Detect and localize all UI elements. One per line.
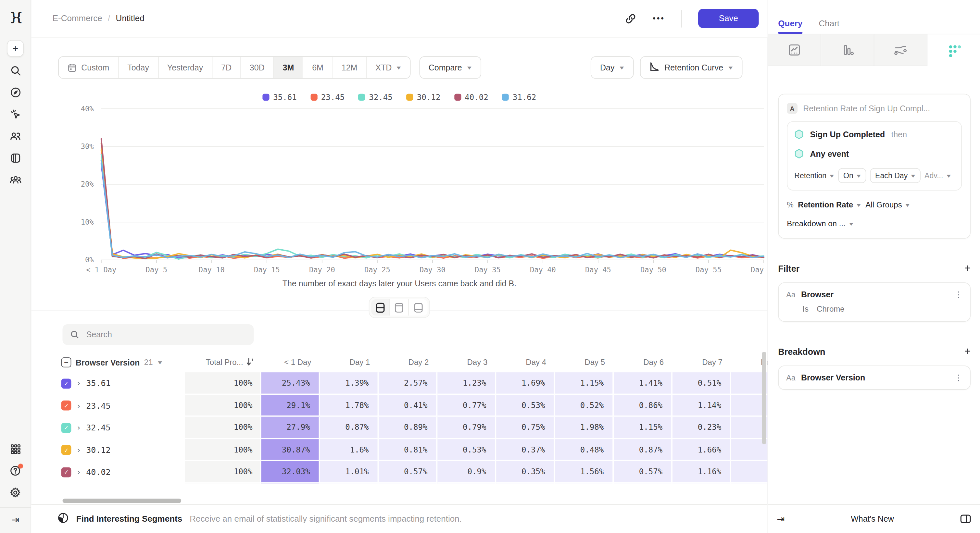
day-column-header[interactable]: Day 3 xyxy=(438,358,496,367)
date-range-6m[interactable]: 6M xyxy=(303,57,332,78)
row-checkbox[interactable]: ✓ xyxy=(61,379,72,389)
advanced-dropdown[interactable]: Adv...▼ xyxy=(924,171,951,180)
row-checkbox[interactable]: ✓ xyxy=(61,445,72,455)
kebab-menu-icon[interactable]: ⋮ xyxy=(955,290,963,299)
groups-dropdown[interactable]: All Groups▼ xyxy=(865,201,910,209)
whats-new-link[interactable]: What's New xyxy=(851,514,894,523)
create-button[interactable]: + xyxy=(7,40,24,57)
cohorts-nav-button[interactable] xyxy=(7,171,24,188)
line-series-30.12[interactable] xyxy=(101,143,764,259)
day-column-header[interactable]: Day 5 xyxy=(555,358,614,367)
breadcrumb-project[interactable]: E-Commerce xyxy=(52,14,102,23)
line-series-32.45[interactable] xyxy=(101,154,764,259)
filter-value[interactable]: Chrome xyxy=(817,305,845,314)
chart-type-button[interactable]: Retention Curve▼ xyxy=(640,56,742,79)
row-checkbox[interactable]: ✓ xyxy=(61,423,72,433)
tab-query[interactable]: Query xyxy=(778,19,802,34)
legend-item[interactable]: 40.02 xyxy=(454,92,488,102)
chart-only-view-button[interactable] xyxy=(390,299,409,316)
row-expand-icon[interactable]: › xyxy=(76,423,81,433)
split-view-button[interactable] xyxy=(371,299,390,316)
day-column-header[interactable]: Day 1 xyxy=(320,358,379,367)
help-button[interactable] xyxy=(7,462,24,479)
line-series-35.61[interactable] xyxy=(101,163,764,258)
table-row[interactable]: ✓›23.45100%29.1%1.78%0.41%0.77%0.53%0.52… xyxy=(56,394,767,416)
legend-item[interactable]: 31.62 xyxy=(502,92,536,102)
granularity-button[interactable]: Day▼ xyxy=(591,56,634,79)
horizontal-scrollbar-thumb[interactable] xyxy=(62,498,181,503)
row-expand-icon[interactable]: › xyxy=(76,401,81,410)
day-column-header[interactable]: Day 2 xyxy=(379,358,438,367)
add-filter-button[interactable]: + xyxy=(964,262,970,274)
legend-item[interactable]: 32.45 xyxy=(358,92,393,102)
breadcrumb-report-title[interactable]: Untitled xyxy=(116,14,145,23)
line-series-23.45[interactable] xyxy=(101,150,764,259)
breakdown-on-dropdown[interactable]: Breakdown on ...▼ xyxy=(787,219,853,228)
table-row[interactable]: ✓›35.61100%25.43%1.39%2.57%1.23%1.69%1.1… xyxy=(56,372,767,394)
layout-panel-icon[interactable] xyxy=(960,514,971,523)
compare-button[interactable]: Compare▼ xyxy=(419,56,481,79)
legend-item[interactable]: 23.45 xyxy=(310,92,345,102)
activity-nav-button[interactable] xyxy=(7,105,24,122)
search-input[interactable] xyxy=(85,329,235,340)
date-range-xtd[interactable]: XTD▼ xyxy=(366,57,410,78)
table-row[interactable]: ✓›32.45100%27.9%0.87%0.89%0.79%0.75%1.98… xyxy=(56,417,767,439)
legend-item[interactable]: 30.12 xyxy=(406,92,440,102)
more-menu-icon[interactable]: ••• xyxy=(653,14,665,23)
filter-operator[interactable]: Is xyxy=(802,305,808,314)
collapse-sidebar-button[interactable]: ⇥ xyxy=(11,514,19,525)
row-expand-icon[interactable]: › xyxy=(76,445,81,455)
collapse-panel-icon[interactable]: ⇥ xyxy=(777,513,784,525)
event-row-2[interactable]: Any event xyxy=(794,149,955,159)
vertical-scrollbar-thumb[interactable] xyxy=(762,352,766,444)
boards-nav-button[interactable] xyxy=(7,149,24,166)
filter-card[interactable]: Aa Browser ⋮ Is Chrome xyxy=(778,282,970,322)
total-column-label[interactable]: Total Pro... xyxy=(206,358,243,367)
report-type-insights[interactable] xyxy=(768,35,821,66)
series-title[interactable]: Retention Rate of Sign Up Compl... xyxy=(803,104,930,113)
select-all-checkbox[interactable]: − xyxy=(61,357,72,368)
breakdown-card[interactable]: Aa Browser Version ⋮ xyxy=(778,365,970,390)
event-row-1[interactable]: Sign Up Completed then xyxy=(794,129,955,139)
search-nav-button[interactable] xyxy=(7,62,24,79)
metric-dropdown[interactable]: Retention Rate▼ xyxy=(798,201,861,209)
table-search[interactable] xyxy=(62,324,254,345)
sort-desc-icon[interactable] xyxy=(246,357,254,368)
date-range-yesterday[interactable]: Yesterday xyxy=(158,57,212,78)
row-checkbox[interactable]: ✓ xyxy=(61,401,72,411)
add-breakdown-button[interactable]: + xyxy=(964,345,970,358)
on-dropdown[interactable]: On▼ xyxy=(838,168,866,183)
table-row[interactable]: ✓›30.12100%30.87%1.6%0.81%0.53%0.37%0.48… xyxy=(56,439,767,461)
day-column-header[interactable]: Day 4 xyxy=(496,358,555,367)
report-type-retention[interactable] xyxy=(928,35,980,66)
day-column-header[interactable]: < 1 Day xyxy=(261,358,320,367)
date-range-today[interactable]: Today xyxy=(118,57,158,78)
row-expand-icon[interactable]: › xyxy=(76,379,81,388)
legend-item[interactable]: 35.61 xyxy=(263,92,297,102)
date-range-7d[interactable]: 7D xyxy=(212,57,240,78)
interesting-segments-bar[interactable]: Find Interesting Segments Receive an ema… xyxy=(31,504,767,533)
report-type-flows[interactable] xyxy=(875,35,928,66)
settings-button[interactable] xyxy=(7,484,24,501)
day-column-header[interactable]: Day 6 xyxy=(614,358,673,367)
chevron-down-icon[interactable]: ▼ xyxy=(156,360,163,365)
table-row[interactable]: ✓›40.02100%32.03%1.01%0.57%0.9%0.35%1.56… xyxy=(56,461,767,483)
each-day-dropdown[interactable]: Each Day▼ xyxy=(870,168,921,183)
retention-type-dropdown[interactable]: Retention▼ xyxy=(794,171,835,180)
tab-chart[interactable]: Chart xyxy=(819,19,839,34)
save-button[interactable]: Save xyxy=(698,9,759,28)
date-range-30d[interactable]: 30D xyxy=(240,57,274,78)
kebab-menu-icon[interactable]: ⋮ xyxy=(955,373,963,382)
discover-nav-button[interactable] xyxy=(7,84,24,101)
day-column-header[interactable]: Day 7 xyxy=(673,358,731,367)
date-range-12m[interactable]: 12M xyxy=(332,57,366,78)
date-range-custom[interactable]: Custom xyxy=(59,57,118,78)
line-series-40.02[interactable] xyxy=(101,139,764,259)
report-type-funnels[interactable] xyxy=(821,35,875,66)
users-nav-button[interactable] xyxy=(7,128,24,144)
apps-grid-button[interactable] xyxy=(7,441,24,457)
table-only-view-button[interactable] xyxy=(409,299,428,316)
group-column-label[interactable]: Browser Version xyxy=(76,358,140,367)
row-checkbox[interactable]: ✓ xyxy=(61,467,72,477)
row-expand-icon[interactable]: › xyxy=(76,468,81,477)
